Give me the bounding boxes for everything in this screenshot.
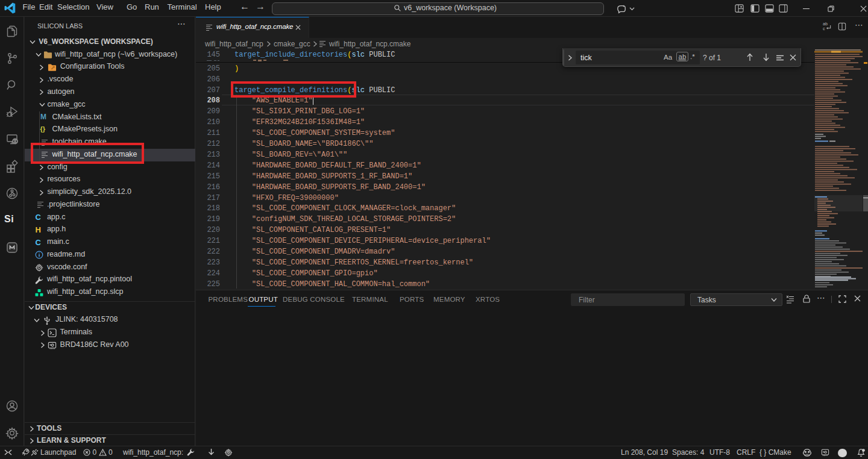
svg-text:c: c: [823, 27, 825, 31]
svg-text:ab: ab: [823, 22, 828, 26]
